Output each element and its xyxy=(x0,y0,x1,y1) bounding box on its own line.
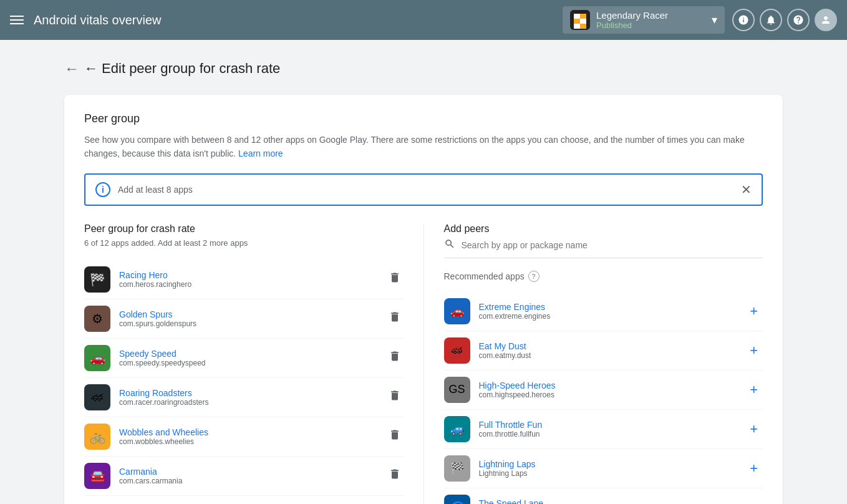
app-package: com.heros.racinghero xyxy=(119,280,386,289)
app-list: 🏁 Racing Hero com.heros.racinghero ⚙ Gol… xyxy=(84,260,404,496)
peer-name: Eat My Dust xyxy=(479,341,745,351)
app-name: Racing Hero xyxy=(119,270,386,280)
peer-info: Eat My Dust com.eatmy.dust xyxy=(479,341,745,360)
app-selector[interactable]: Legendary Racer Published ▾ xyxy=(563,6,725,34)
info-bar-text: Add at least 8 apps xyxy=(118,185,736,195)
right-col-title: Add peers xyxy=(444,223,763,235)
app-name: Golden Spurs xyxy=(119,309,386,319)
delete-button[interactable] xyxy=(386,347,404,368)
add-peer-button[interactable]: + xyxy=(745,379,763,400)
app-name: Carmania xyxy=(119,467,386,477)
peer-package: Lightning Laps xyxy=(479,469,745,478)
app-header: Android vitals overview Legendary Racer … xyxy=(0,0,847,40)
info-bar-close-button[interactable]: ✕ xyxy=(741,182,752,197)
app-name: Wobbles and Wheelies xyxy=(119,427,386,437)
page-title: Android vitals overview xyxy=(34,13,563,27)
help-button[interactable] xyxy=(787,9,810,31)
peer-icon: 🌀 xyxy=(444,495,470,504)
peer-icon: 🚗 xyxy=(444,298,470,324)
recommended-header: Recommended apps ? xyxy=(444,271,763,282)
peer-name: Extreme Engines xyxy=(479,302,745,312)
search-icon xyxy=(444,238,455,253)
peer-icon: 🏎 xyxy=(444,337,470,364)
back-header[interactable]: ← ← Edit peer group for crash rate xyxy=(64,60,783,77)
peer-icon: GS xyxy=(444,377,470,403)
app-name: Speedy Speed xyxy=(119,349,386,359)
recommended-label: Recommended apps xyxy=(444,271,525,281)
left-col-subtitle: 6 of 12 apps added. Add at least 2 more … xyxy=(84,238,404,248)
app-package: com.wobbles.wheelies xyxy=(119,437,386,446)
peer-name: High-Speed Heroes xyxy=(479,380,745,390)
delete-button[interactable] xyxy=(386,426,404,447)
peer-package: com.throttle.fullfun xyxy=(479,430,745,439)
left-col-title: Peer group for crash rate xyxy=(84,223,404,235)
page-content: ← ← Edit peer group for crash rate Peer … xyxy=(49,40,798,504)
app-package: com.speedy.speedyspeed xyxy=(119,359,386,367)
info-button[interactable] xyxy=(732,9,755,31)
delete-button[interactable] xyxy=(386,465,404,486)
delete-button[interactable] xyxy=(386,269,404,289)
peer-package: com.highspeed.heroes xyxy=(479,390,745,399)
app-package: com.spurs.goldenspurs xyxy=(119,319,386,328)
app-status: Published xyxy=(596,21,707,30)
add-peer-button[interactable]: + xyxy=(745,419,763,440)
app-package: com.cars.carmania xyxy=(119,477,386,485)
svg-marker-2 xyxy=(580,14,586,19)
app-icon: 🚗 xyxy=(84,345,110,371)
menu-button[interactable] xyxy=(10,16,24,24)
list-item: 🏁 Racing Hero com.heros.racinghero xyxy=(84,260,404,299)
notification-button[interactable] xyxy=(760,9,782,31)
left-column: Peer group for crash rate 6 of 12 apps a… xyxy=(84,223,424,504)
list-item: 🏎 Roaring Roadsters com.racer.roaringroa… xyxy=(84,378,404,417)
peer-icon: 🚙 xyxy=(444,416,470,442)
back-arrow-icon: ← xyxy=(64,60,79,77)
list-item: GS High-Speed Heroes com.highspeed.heroe… xyxy=(444,371,763,410)
add-peer-button[interactable]: + xyxy=(745,301,763,322)
info-bar-icon: i xyxy=(95,182,110,197)
two-column-layout: Peer group for crash rate 6 of 12 apps a… xyxy=(84,223,763,504)
app-info: Golden Spurs com.spurs.goldenspurs xyxy=(119,309,386,328)
app-info: Legendary Racer Published xyxy=(596,10,707,30)
app-name: Roaring Roadsters xyxy=(119,388,386,398)
app-info: Roaring Roadsters com.racer.roaringroads… xyxy=(119,388,386,407)
list-item: ⚙ Golden Spurs com.spurs.goldenspurs xyxy=(84,299,404,339)
peer-icon: 🏁 xyxy=(444,455,470,482)
list-item: 🚙 Full Throttle Fun com.throttle.fullfun… xyxy=(444,410,763,449)
app-icon: 🚘 xyxy=(84,463,110,489)
list-item: 🚗 Speedy Speed com.speedy.speedyspeed xyxy=(84,339,404,378)
svg-marker-3 xyxy=(574,19,580,24)
list-item: 🚲 Wobbles and Wheelies com.wobbles.wheel… xyxy=(84,417,404,457)
list-item: 🚘 Carmania com.cars.carmania xyxy=(84,457,404,496)
app-icon xyxy=(570,10,590,30)
app-info: Carmania com.cars.carmania xyxy=(119,467,386,485)
search-input[interactable] xyxy=(462,240,763,250)
add-peer-button[interactable]: + xyxy=(745,497,763,504)
peer-info: Lightning Laps Lightning Laps xyxy=(479,459,745,478)
recommended-help-icon[interactable]: ? xyxy=(528,271,540,282)
peer-package: com.extreme.engines xyxy=(479,312,745,321)
peer-info: High-Speed Heroes com.highspeed.heroes xyxy=(479,380,745,399)
avatar-button[interactable] xyxy=(815,9,837,31)
app-info: Speedy Speed com.speedy.speedyspeed xyxy=(119,349,386,367)
svg-marker-6 xyxy=(580,24,586,29)
main-card: Peer group See how you compare with betw… xyxy=(64,95,783,504)
app-icon: 🏁 xyxy=(84,266,110,293)
info-bar: i Add at least 8 apps ✕ xyxy=(84,173,763,206)
page-heading: ← Edit peer group for crash rate xyxy=(84,61,280,77)
learn-more-link[interactable]: Learn more xyxy=(238,148,283,158)
delete-button[interactable] xyxy=(386,308,404,329)
peer-package: com.eatmy.dust xyxy=(479,351,745,360)
app-icon: 🚲 xyxy=(84,424,110,450)
svg-marker-5 xyxy=(574,24,580,29)
peer-info: The Speed Lane com.speed.lane xyxy=(479,498,745,504)
right-column: Add peers Recommended apps ? 🚗 Extreme E… xyxy=(424,223,763,504)
add-peer-button[interactable]: + xyxy=(745,340,763,361)
peers-list: 🚗 Extreme Engines com.extreme.engines + … xyxy=(444,292,763,504)
section-description: See how you compare with between 8 and 1… xyxy=(84,133,763,161)
delete-button[interactable] xyxy=(386,387,404,407)
app-info: Racing Hero com.heros.racinghero xyxy=(119,270,386,289)
svg-marker-1 xyxy=(574,14,580,19)
add-peer-button[interactable]: + xyxy=(745,458,763,479)
app-icon: ⚙ xyxy=(84,306,110,332)
app-icon: 🏎 xyxy=(84,384,110,410)
